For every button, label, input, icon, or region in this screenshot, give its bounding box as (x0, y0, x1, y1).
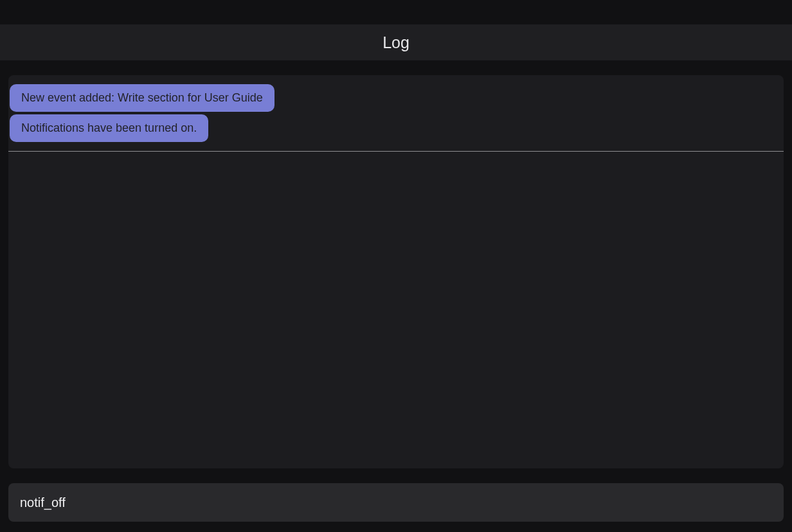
spacer (0, 468, 792, 483)
spacer (0, 60, 792, 75)
log-entry: New event added: Write section for User … (10, 84, 274, 112)
log-header: Log (0, 24, 792, 60)
log-entry: Notifications have been turned on. (10, 114, 208, 142)
command-input[interactable] (20, 495, 772, 510)
log-panel: New event added: Write section for User … (8, 75, 784, 468)
page-title: Log (382, 33, 410, 52)
command-input-container[interactable] (8, 483, 784, 522)
log-messages: New event added: Write section for User … (8, 83, 784, 152)
top-spacer (0, 0, 792, 24)
log-body (8, 152, 784, 468)
